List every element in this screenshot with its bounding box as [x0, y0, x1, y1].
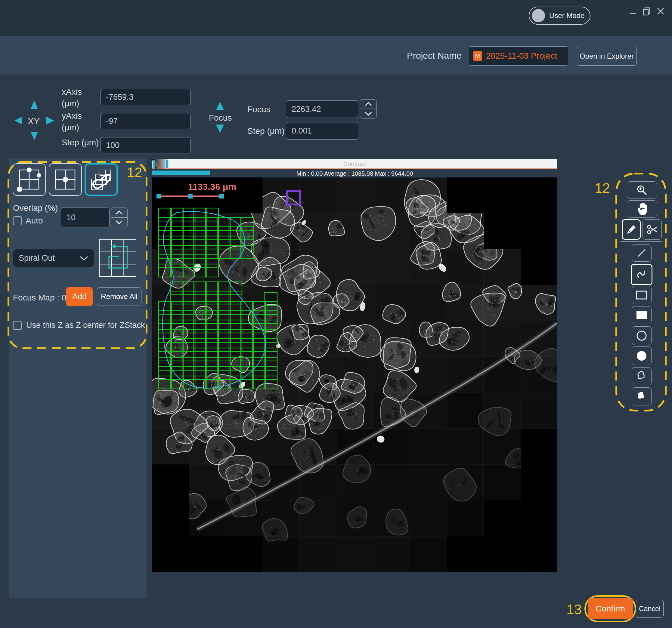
xy-step-label: Step (μm) — [62, 138, 99, 147]
pencil-icon — [626, 224, 637, 235]
left-annotation-border — [7, 160, 148, 350]
cancel-button[interactable]: Cancel — [636, 600, 664, 618]
cut-tool-button[interactable] — [643, 219, 662, 240]
xaxis-input[interactable]: -7659.3 — [100, 89, 191, 105]
minimize-button[interactable] — [628, 7, 638, 18]
measurement-label: 1133.36 μm — [173, 182, 251, 192]
xy-label: XY — [28, 116, 40, 126]
contrast-label: Contrast — [152, 160, 557, 168]
freeform-outline-icon — [635, 370, 648, 382]
yaxis-unit: (μm) — [62, 123, 79, 132]
ruler-handle — [157, 194, 161, 199]
draw-tool-button[interactable] — [622, 219, 641, 240]
freeform-filled-icon — [635, 391, 648, 402]
pan-tool-button[interactable] — [627, 200, 657, 218]
ruler-handle — [188, 194, 193, 199]
toolbar-divider — [621, 241, 662, 242]
curve-icon — [636, 269, 647, 280]
restore-button[interactable] — [642, 6, 652, 16]
close-button[interactable] — [655, 6, 666, 16]
xy-left-arrow[interactable] — [15, 117, 22, 125]
circle-outline-icon — [635, 330, 648, 342]
circle-filled-button[interactable] — [632, 347, 651, 365]
yaxis-label: yAxis — [62, 111, 82, 121]
toggle-knob — [532, 9, 545, 22]
xy-right-arrow[interactable] — [46, 117, 54, 125]
left-annotation-number: 12 — [127, 164, 142, 180]
image-stats-text: Min : 0.00 Average : 1085.98 Max : 9644.… — [152, 170, 557, 177]
application-window: User Mode Project Name M 2025-11-03 Proj… — [0, 0, 672, 628]
restore-icon — [642, 7, 651, 16]
close-icon — [656, 7, 665, 16]
project-name-field[interactable]: M 2025-11-03 Project — [469, 46, 568, 66]
curve-shape-button[interactable] — [631, 264, 652, 285]
user-mode-label: User Mode — [549, 11, 584, 20]
stage-position-marker — [287, 191, 300, 204]
rectangle-filled-button[interactable] — [632, 306, 651, 324]
yaxis-input[interactable]: -97 — [100, 113, 191, 129]
titlebar: User Mode — [0, 0, 672, 36]
focus-stepper — [360, 99, 377, 119]
xy-step-input[interactable]: 100 — [100, 137, 191, 153]
mosaic-image-view[interactable]: 1133.36 μm — [152, 177, 557, 572]
scissors-icon — [646, 224, 658, 235]
project-name-value: 2025-11-03 Project — [486, 51, 557, 61]
focus-up-arrow[interactable] — [216, 102, 224, 110]
focus-step-label: Step (μm) — [247, 126, 284, 136]
freeform-filled-button[interactable] — [632, 387, 651, 405]
xaxis-label: xAxis — [62, 87, 82, 97]
line-shape-button[interactable] — [632, 244, 651, 262]
confirm-annotation-number: 13 — [567, 601, 582, 618]
line-icon — [637, 248, 647, 258]
freeform-outline-button[interactable] — [632, 367, 651, 385]
xy-down-arrow[interactable] — [31, 132, 38, 140]
chevron-up-icon — [364, 102, 372, 106]
ruler-handle — [219, 194, 224, 199]
measurement-ruler[interactable] — [157, 194, 224, 199]
focus-down-arrow[interactable] — [216, 125, 224, 133]
contrast-min-handle[interactable] — [152, 160, 155, 169]
right-annotation-number: 12 — [595, 180, 610, 196]
focus-label: Focus — [247, 105, 270, 114]
contrast-max-handle[interactable] — [165, 160, 168, 169]
zoom-in-icon — [636, 184, 648, 196]
xaxis-unit: (μm) — [62, 99, 79, 108]
header-band — [0, 36, 672, 75]
user-mode-toggle[interactable]: User Mode — [529, 7, 591, 25]
viewer-overlay — [152, 177, 557, 572]
focus-step-up-button[interactable] — [360, 99, 377, 109]
open-in-explorer-button[interactable]: Open in Explorer — [577, 47, 637, 66]
focus-step-down-button[interactable] — [360, 108, 377, 119]
hand-icon — [636, 202, 648, 216]
rectangle-outline-icon — [635, 290, 648, 300]
xy-up-arrow[interactable] — [31, 100, 38, 109]
region-contour — [163, 211, 265, 388]
focus-input[interactable]: 2263.42 — [286, 100, 358, 118]
confirm-button[interactable]: Confirm — [588, 598, 633, 619]
rectangle-filled-icon — [635, 310, 648, 320]
zoom-tool-button[interactable] — [627, 181, 657, 199]
focus-step-input[interactable]: 0.001 — [286, 122, 358, 140]
project-badge: M — [473, 51, 482, 61]
project-name-label: Project Name — [407, 51, 462, 61]
rectangle-outline-button[interactable] — [632, 286, 651, 304]
circle-filled-icon — [635, 350, 648, 362]
chevron-down-icon — [364, 111, 372, 116]
circle-outline-button[interactable] — [632, 326, 651, 345]
focus-group-label: Focus — [209, 113, 232, 123]
